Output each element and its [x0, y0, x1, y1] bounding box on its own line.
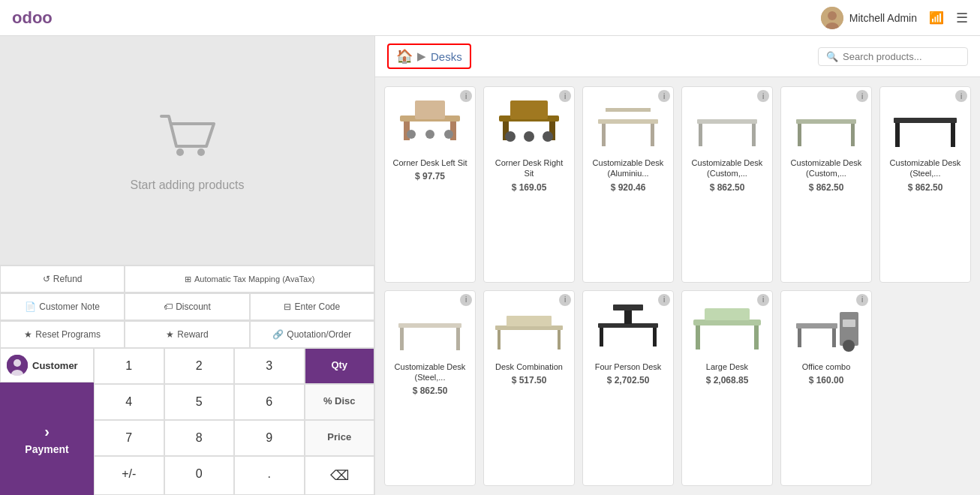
- key-5[interactable]: 5: [164, 384, 235, 420]
- product-image: [589, 297, 667, 357]
- left-panel: Start adding products ↺ Refund ⊞ Automat…: [0, 36, 375, 495]
- reset-label: Reset Programs: [35, 329, 101, 340]
- product-card[interactable]: i Large Desk $ 2,068.85: [681, 290, 773, 487]
- svg-rect-35: [398, 323, 461, 328]
- product-price: $ 862.50: [710, 182, 745, 193]
- svg-point-6: [14, 359, 21, 367]
- discount-label: Discount: [176, 302, 211, 312]
- product-card[interactable]: i Customizable Desk (Custom,... $ 862.50: [681, 86, 773, 283]
- action-buttons-2: 📄 Customer Note 🏷 Discount ⊟ Enter Code: [0, 292, 374, 320]
- svg-rect-32: [894, 118, 957, 123]
- svg-rect-30: [798, 124, 801, 146]
- product-info-button[interactable]: i: [757, 90, 769, 102]
- key-0[interactable]: 0: [164, 456, 235, 495]
- code-label: Enter Code: [294, 302, 340, 312]
- wifi-icon: 📶: [929, 10, 944, 25]
- product-image: [688, 297, 766, 357]
- product-info-button[interactable]: i: [559, 90, 571, 102]
- key-qty[interactable]: Qty: [305, 348, 375, 384]
- product-card[interactable]: i Customizable Desk (Steel,... $ 862.50: [384, 290, 476, 487]
- reward-button[interactable]: ★ Reward: [125, 321, 249, 348]
- key-price[interactable]: Price: [305, 420, 375, 456]
- key-8[interactable]: 8: [164, 420, 235, 456]
- menu-icon[interactable]: ☰: [956, 10, 968, 26]
- quotation-label: Quotation/Order: [287, 329, 351, 340]
- key-7[interactable]: 7: [94, 420, 164, 456]
- note-label: Customer Note: [39, 302, 100, 312]
- product-image: [391, 297, 469, 357]
- svg-rect-37: [456, 328, 460, 350]
- product-card[interactable]: i Customizable Desk (Steel,... $ 862.50: [879, 86, 971, 283]
- product-card[interactable]: i Four Person Desk $ 2,702.50: [582, 290, 674, 487]
- quotation-button[interactable]: 🔗 Quotation/Order: [250, 321, 374, 348]
- payment-button[interactable]: › Payment: [0, 382, 94, 495]
- product-card[interactable]: i Customizable Desk (Custom,... $ 862.50: [780, 86, 872, 283]
- key-9[interactable]: 9: [234, 420, 305, 456]
- product-image: [787, 93, 865, 153]
- svg-rect-22: [598, 119, 658, 124]
- product-info-button[interactable]: i: [658, 90, 670, 102]
- refund-button[interactable]: ↺ Refund: [0, 266, 125, 292]
- product-name: Customizable Desk (Custom,...: [688, 158, 766, 179]
- right-panel: 🏠 ▶ Desks 🔍 i Corner Desk Left Sit $ 97.…: [375, 36, 980, 495]
- numpad-grid: 1 2 3 Qty 4 5 6 % Disc 7 8 9 Price +/- 0…: [94, 348, 374, 495]
- product-price: $ 97.75: [415, 171, 445, 182]
- product-info-button[interactable]: i: [856, 294, 868, 306]
- key-2[interactable]: 2: [164, 348, 235, 384]
- svg-rect-26: [697, 119, 757, 124]
- svg-point-3: [176, 148, 184, 156]
- svg-rect-33: [895, 123, 900, 147]
- product-info-button[interactable]: i: [460, 294, 472, 306]
- breadcrumb[interactable]: 🏠 ▶ Desks: [387, 44, 471, 69]
- svg-rect-46: [624, 310, 632, 324]
- home-icon[interactable]: 🏠: [396, 48, 413, 64]
- tax-mapping-button[interactable]: ⊞ Automatic Tax Mapping (AvaTax): [125, 266, 374, 292]
- payment-column: Customer › Payment: [0, 348, 94, 495]
- svg-rect-41: [507, 316, 552, 326]
- svg-rect-18: [510, 100, 548, 119]
- product-card[interactable]: i Desk Combination $ 517.50: [483, 290, 575, 487]
- customer-row[interactable]: Customer: [0, 348, 94, 382]
- svg-rect-36: [400, 328, 404, 350]
- user-info: Mitchell Admin: [821, 7, 917, 29]
- product-price: $ 517.50: [512, 375, 547, 386]
- cart-empty-label: Start adding products: [130, 178, 244, 192]
- breadcrumb-separator: ▶: [417, 50, 426, 63]
- svg-rect-25: [606, 108, 651, 112]
- search-input[interactable]: [843, 51, 955, 62]
- key-1[interactable]: 1: [94, 348, 164, 384]
- customer-avatar: [7, 355, 28, 376]
- customer-note-button[interactable]: 📄 Customer Note: [0, 293, 125, 320]
- product-info-button[interactable]: i: [757, 294, 769, 306]
- key-3[interactable]: 3: [234, 348, 305, 384]
- product-price: $ 862.50: [413, 386, 448, 396]
- key-disc[interactable]: % Disc: [305, 384, 375, 420]
- customer-label: Customer: [32, 360, 78, 371]
- svg-rect-49: [754, 326, 759, 350]
- svg-rect-23: [602, 124, 606, 146]
- search-bar[interactable]: 🔍: [818, 47, 968, 66]
- product-info-button[interactable]: i: [955, 90, 967, 102]
- key-4[interactable]: 4: [94, 384, 164, 420]
- reset-programs-button[interactable]: ★ Reset Programs: [0, 321, 125, 348]
- product-card[interactable]: i Corner Desk Left Sit $ 97.75: [384, 86, 476, 283]
- product-info-button[interactable]: i: [856, 90, 868, 102]
- product-card[interactable]: i Customizable Desk (Aluminiu... $ 920.4…: [582, 86, 674, 283]
- svg-rect-27: [699, 124, 702, 146]
- discount-button[interactable]: 🏷 Discount: [125, 293, 249, 320]
- enter-code-button[interactable]: ⊟ Enter Code: [250, 293, 374, 320]
- key-dot[interactable]: .: [234, 456, 305, 495]
- key-plusminus[interactable]: +/-: [94, 456, 164, 495]
- product-name: Large Desk: [706, 362, 748, 372]
- product-info-button[interactable]: i: [460, 90, 472, 102]
- key-6[interactable]: 6: [234, 384, 305, 420]
- product-card[interactable]: i Corner Desk Right Sit $ 169.05: [483, 86, 575, 283]
- svg-point-21: [524, 131, 534, 142]
- product-price: $ 2,068.85: [706, 375, 749, 386]
- svg-rect-47: [693, 320, 761, 326]
- product-name: Office combo: [802, 362, 851, 372]
- product-info-button[interactable]: i: [658, 294, 670, 306]
- product-info-button[interactable]: i: [559, 294, 571, 306]
- key-backspace[interactable]: ⌫: [305, 456, 375, 495]
- product-card[interactable]: i Office combo $ 160.00: [780, 290, 872, 487]
